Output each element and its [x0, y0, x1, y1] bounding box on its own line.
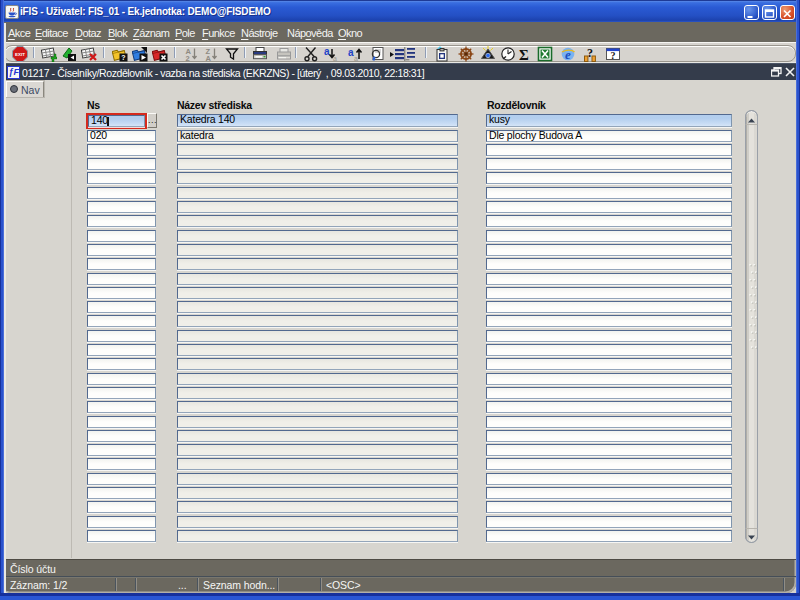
svg-text:e: e: [565, 46, 571, 61]
svg-text:A: A: [205, 54, 211, 62]
svg-text:?: ?: [121, 54, 125, 61]
svg-text:?: ?: [610, 50, 615, 61]
svg-text:?: ?: [587, 46, 593, 60]
svg-text:EXIT: EXIT: [15, 52, 25, 57]
svg-text:a: a: [333, 55, 337, 62]
svg-text:a: a: [324, 46, 330, 57]
svg-text:Σ: Σ: [519, 46, 529, 62]
svg-text:a: a: [354, 55, 358, 62]
svg-text:2: 2: [185, 54, 189, 62]
